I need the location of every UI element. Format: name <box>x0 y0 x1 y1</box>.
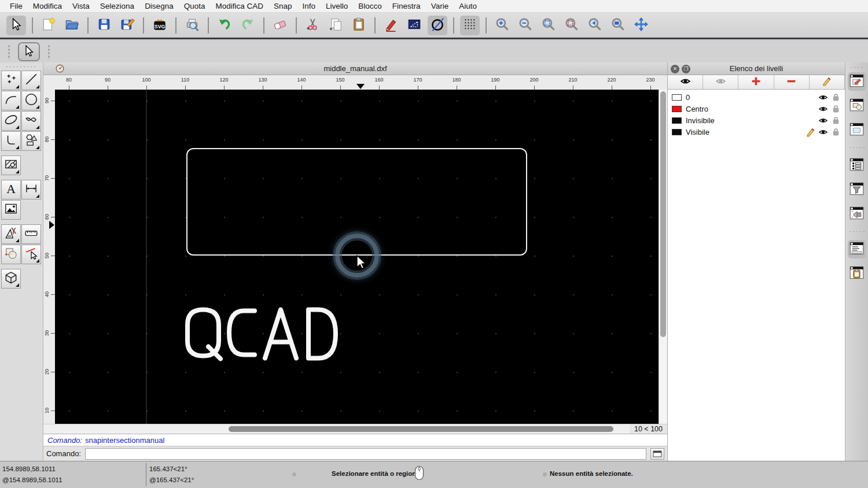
horizontal-scrollbar[interactable]: 10 < 100 <box>43 424 667 434</box>
layer-list-panel-button[interactable] <box>848 72 866 91</box>
menu-aiuto[interactable]: Aiuto <box>454 2 482 10</box>
layer-lock-icon[interactable] <box>831 104 841 113</box>
clipboard-panel-button[interactable] <box>848 264 866 283</box>
save-as-button[interactable] <box>117 16 137 35</box>
toolbar-drag-handle[interactable] <box>8 45 10 60</box>
menu-info[interactable]: Info <box>297 2 321 10</box>
grid-dot <box>69 139 70 141</box>
point-tools-button[interactable] <box>1 71 21 90</box>
pointer-button[interactable] <box>6 16 26 35</box>
document-title-bar[interactable]: middle_manual.dxf <box>43 62 667 75</box>
cut-button[interactable] <box>303 16 322 35</box>
layer-visibility-eye-icon[interactable] <box>818 116 828 125</box>
text-tool-button[interactable]: A <box>1 180 21 199</box>
vertical-scrollbar-thumb[interactable] <box>660 91 666 337</box>
grid-dot <box>263 411 264 412</box>
dock-drag-handle[interactable] <box>849 66 865 68</box>
zoom-selection-button[interactable] <box>562 16 582 35</box>
menu-seleziona[interactable]: Seleziona <box>95 2 139 10</box>
edit-layer-button[interactable] <box>810 75 845 89</box>
menu-modifica-cad[interactable]: Modifica CAD <box>210 2 269 10</box>
command-input[interactable] <box>85 448 646 460</box>
zoom-out-button[interactable] <box>516 16 535 35</box>
show-all-eye-button[interactable] <box>668 75 703 89</box>
view-list-panel-button[interactable] <box>848 121 866 139</box>
layer-row-visibile[interactable]: Visibile <box>668 126 845 138</box>
layer-visibility-eye-icon[interactable] <box>818 104 828 113</box>
modify-line-tool-icon <box>24 246 39 263</box>
toolbar-drag-handle[interactable] <box>48 45 50 60</box>
image-tool-button[interactable] <box>1 200 21 220</box>
drafting-tools-button[interactable] <box>1 224 21 244</box>
library-browser-panel-button[interactable] <box>848 205 866 223</box>
arc-tools-button[interactable] <box>1 91 21 110</box>
save-button[interactable] <box>94 16 114 35</box>
layer-lock-icon[interactable] <box>831 116 841 125</box>
menu-varie[interactable]: Varie <box>426 2 454 10</box>
drawing-canvas[interactable] <box>55 90 659 424</box>
menu-quota[interactable]: Quota <box>179 2 211 10</box>
pointer-tool-button[interactable] <box>18 42 40 61</box>
redo-button[interactable] <box>238 16 258 35</box>
menu-livello[interactable]: Livello <box>321 2 353 10</box>
block-list-panel-button[interactable] <box>848 97 866 115</box>
menu-disegna[interactable]: Disegna <box>139 2 179 10</box>
zoom-window-button[interactable] <box>608 16 628 35</box>
remove-layer-button[interactable] <box>774 75 810 89</box>
layer-visibility-eye-icon[interactable] <box>818 93 828 102</box>
selection-filter-panel-button[interactable] <box>848 180 866 199</box>
modify-line-tool-button[interactable] <box>21 245 41 264</box>
hide-all-eye-button[interactable] <box>703 75 738 89</box>
grid-dot <box>224 139 225 141</box>
new-file-button[interactable] <box>39 16 58 35</box>
measure-tool-button[interactable] <box>21 224 41 244</box>
zoom-auto-button[interactable] <box>539 16 558 35</box>
shape-tools-button[interactable] <box>21 131 41 151</box>
property-list-panel-button[interactable] <box>848 156 866 175</box>
layer-row-0[interactable]: 0 <box>668 91 845 103</box>
viewport-3d-tool-button[interactable] <box>1 269 21 289</box>
edit-layer-icon <box>822 76 832 88</box>
layer-lock-icon[interactable] <box>831 127 841 136</box>
zoom-previous-button[interactable] <box>585 16 605 35</box>
menu-snap[interactable]: Snap <box>269 2 297 10</box>
close-icon[interactable]: ✕ <box>671 65 679 73</box>
ellipse-tools-button[interactable] <box>1 111 21 131</box>
copy-button[interactable] <box>326 16 345 35</box>
layer-lock-icon[interactable] <box>831 93 841 102</box>
pen-button[interactable] <box>381 16 401 35</box>
command-line-panel-button[interactable] <box>848 240 866 258</box>
menu-file[interactable]: File <box>5 2 28 10</box>
svg-export-button[interactable]: SVG <box>150 16 170 35</box>
modify-tools-button[interactable] <box>1 245 21 264</box>
dimension-tools-button[interactable] <box>21 180 41 199</box>
paste-button[interactable] <box>349 16 369 35</box>
zoom-in-button[interactable] <box>492 16 512 35</box>
line-tools-button[interactable] <box>21 71 41 90</box>
undock-icon[interactable]: ❐ <box>682 65 690 73</box>
menu-vista[interactable]: Vista <box>67 2 95 10</box>
add-layer-button[interactable] <box>738 75 774 89</box>
palette-drag-handle[interactable] <box>5 66 38 68</box>
grid-toggle-button[interactable] <box>460 16 480 35</box>
circle-tools-button[interactable] <box>21 91 41 110</box>
menu-modifica[interactable]: Modifica <box>28 2 67 10</box>
construction-circle-button[interactable] <box>428 16 447 35</box>
pan-button[interactable] <box>631 16 651 35</box>
hatch-tool-button[interactable] <box>1 156 21 175</box>
print-preview-button[interactable] <box>182 16 202 35</box>
spline-tools-button[interactable] <box>21 111 41 131</box>
open-file-button[interactable] <box>62 16 82 35</box>
menu-finestra[interactable]: Finestra <box>387 2 426 10</box>
layer-row-centro[interactable]: Centro <box>668 103 845 114</box>
vertical-scrollbar[interactable] <box>659 90 667 424</box>
command-line-toggle-button[interactable] <box>650 448 664 460</box>
delete-button[interactable] <box>270 16 290 35</box>
layer-row-invisibile[interactable]: Invisibile <box>668 114 845 126</box>
layer-visibility-eye-icon[interactable] <box>818 127 828 136</box>
menu-blocco[interactable]: Blocco <box>353 2 387 10</box>
polyline-tools-button[interactable] <box>1 131 21 151</box>
line-properties-button[interactable] <box>404 16 424 35</box>
horizontal-scrollbar-thumb[interactable] <box>229 426 613 432</box>
undo-button[interactable] <box>215 16 234 35</box>
